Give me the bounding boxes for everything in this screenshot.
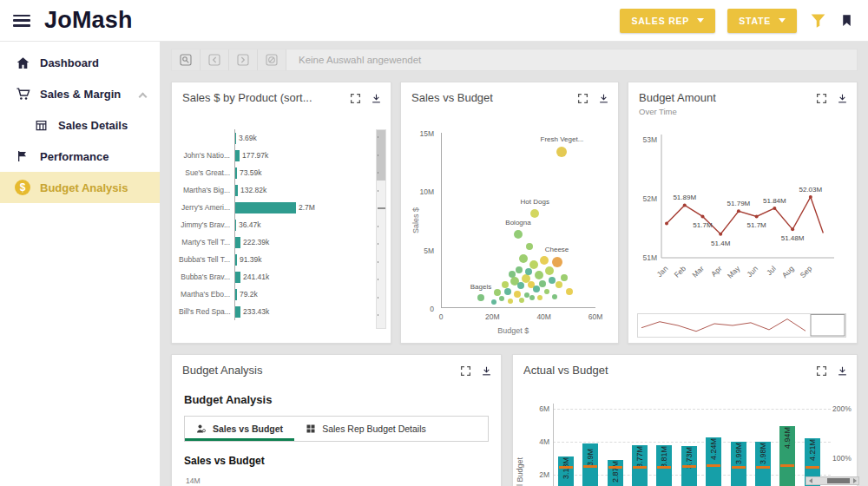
scroll-left-arrow-icon[interactable] xyxy=(806,477,814,484)
scatter-point[interactable] xyxy=(552,294,557,299)
download-icon[interactable] xyxy=(837,93,848,104)
step-forward-icon[interactable] xyxy=(229,49,258,70)
bar[interactable] xyxy=(235,254,237,266)
bar-row[interactable]: 3.69k xyxy=(179,129,370,147)
scatter-point[interactable] xyxy=(539,280,546,287)
y-axis-line xyxy=(553,404,554,486)
menu-icon[interactable] xyxy=(13,15,30,27)
bar-row-label: Martha's Big... xyxy=(179,186,234,194)
app-logo: JoMash xyxy=(44,7,133,34)
sidebar-item-budget-analysis[interactable]: $ Budget Analysis xyxy=(0,172,160,203)
budget-marker[interactable] xyxy=(559,466,573,469)
sidebar-item-sales-margin[interactable]: Sales & Margin xyxy=(0,78,160,109)
svg-text:Aug: Aug xyxy=(780,264,796,279)
budget-marker[interactable] xyxy=(633,466,647,469)
scatter-point[interactable] xyxy=(508,299,513,304)
bar-row-label: Marty's Tell T... xyxy=(179,238,234,246)
scatter-point[interactable] xyxy=(526,243,533,250)
step-back-icon[interactable] xyxy=(201,49,229,70)
bar-row[interactable]: Martha's Ebo...79.2k xyxy=(179,286,370,303)
bar[interactable] xyxy=(235,289,237,300)
sales-rep-filter-button[interactable]: SALES REP xyxy=(620,9,715,33)
bar-row-label: Bubba's Tell T... xyxy=(179,255,234,264)
sidebar-item-dashboard[interactable]: Dashboard xyxy=(0,47,160,78)
budget-marker[interactable] xyxy=(682,465,696,468)
budget-marker[interactable] xyxy=(806,466,819,469)
scatter-point[interactable] xyxy=(545,266,554,275)
tab-sales-rep-budget-details[interactable]: Sales Rep Budget Details xyxy=(294,417,437,441)
selection-toolbar: Keine Auswahl angewendet xyxy=(171,49,858,71)
chevron-up-icon[interactable] xyxy=(139,93,148,102)
scatter-point[interactable] xyxy=(529,260,538,269)
bar-row[interactable]: Jerry's Ameri...2.7M xyxy=(179,199,370,216)
fullscreen-icon[interactable] xyxy=(816,365,827,377)
bar[interactable] xyxy=(235,306,240,318)
sidebar-item-performance[interactable]: Performance xyxy=(0,141,160,172)
scrollbar-track[interactable] xyxy=(814,477,851,484)
bar[interactable] xyxy=(235,220,236,231)
bar-row[interactable]: Jimmy's Brav...36.47k xyxy=(179,216,370,233)
bar[interactable] xyxy=(235,202,296,213)
bar-row[interactable]: Sue's Great...73.59k xyxy=(179,164,370,181)
budget-marker[interactable] xyxy=(756,466,770,469)
table-icon xyxy=(306,424,316,434)
bar-row[interactable]: Bubba's Tell T...91.39k xyxy=(179,251,370,268)
fullscreen-icon[interactable] xyxy=(460,365,471,377)
scatter-point[interactable] xyxy=(477,294,484,301)
bar[interactable] xyxy=(235,272,240,283)
filter-funnel-icon[interactable] xyxy=(809,11,827,30)
download-icon[interactable] xyxy=(837,365,848,377)
scatter-point[interactable] xyxy=(544,289,549,294)
budget-marker[interactable] xyxy=(583,465,597,468)
fullscreen-icon[interactable] xyxy=(350,93,361,104)
bar[interactable] xyxy=(235,185,238,196)
scroll-right-arrow-icon[interactable] xyxy=(851,477,858,484)
scatter-point[interactable] xyxy=(499,296,504,301)
bar-row-label: Jerry's Ameri... xyxy=(179,203,234,212)
tab-sales-vs-budget[interactable]: Sales vs Budget xyxy=(185,417,294,441)
scatter-point[interactable] xyxy=(535,271,543,279)
chevron-down-icon xyxy=(697,18,704,23)
scatter-point[interactable] xyxy=(556,147,567,157)
bar[interactable] xyxy=(235,150,240,161)
scrollbar-thumb[interactable] xyxy=(827,478,850,483)
fullscreen-icon[interactable] xyxy=(577,93,589,104)
sidebar-item-sales-details[interactable]: Sales Details xyxy=(0,109,160,141)
y-tick-label: 2M xyxy=(529,470,549,479)
bookmark-icon[interactable] xyxy=(839,13,854,28)
download-icon[interactable] xyxy=(371,93,382,104)
bar-row[interactable]: John's Natio...177.97k xyxy=(179,147,370,164)
scatter-point[interactable] xyxy=(514,291,521,298)
download-icon[interactable] xyxy=(481,365,492,377)
budget-line-navigator[interactable] xyxy=(637,313,846,338)
download-icon[interactable] xyxy=(598,93,609,104)
clear-selections-icon[interactable] xyxy=(258,49,286,70)
budget-marker[interactable] xyxy=(707,464,720,467)
budget-marker[interactable] xyxy=(657,466,671,469)
bar-row[interactable]: Bubba's Brav...241.41k xyxy=(179,268,370,286)
budget-marker[interactable] xyxy=(608,466,622,469)
y-tick-label: 10M xyxy=(410,187,434,196)
sales-vs-budget-card: Sales vs Budget 05M10M15M020M40M60MSales… xyxy=(400,82,619,344)
state-filter-button[interactable]: STATE xyxy=(727,9,797,33)
bar-row[interactable]: Marty's Tell T...222.39k xyxy=(179,233,370,251)
x-tick-label: 0 xyxy=(431,312,451,321)
bar-row[interactable]: Martha's Big...132.82k xyxy=(179,181,370,199)
horizontal-scrollbar[interactable] xyxy=(806,476,859,485)
chart-scrollbar[interactable] xyxy=(376,129,386,329)
scatter-point[interactable] xyxy=(540,256,549,265)
budget-marker[interactable] xyxy=(732,466,746,469)
scatter-point[interactable] xyxy=(552,257,562,267)
tab-label: Sales vs Budget xyxy=(213,424,283,434)
tab-label: Sales Rep Budget Details xyxy=(322,424,426,434)
budget-marker[interactable] xyxy=(780,464,794,467)
smart-search-icon[interactable] xyxy=(172,49,201,70)
bar[interactable] xyxy=(235,133,236,144)
fullscreen-icon[interactable] xyxy=(816,93,827,104)
bar[interactable] xyxy=(235,237,240,248)
card-title: Budget Analysis xyxy=(182,364,460,377)
bar-value-label: 241.41k xyxy=(243,273,269,281)
scatter-point[interactable] xyxy=(549,277,556,284)
bar-row[interactable]: Bill's Red Spa...233.43k xyxy=(179,303,370,320)
bar[interactable] xyxy=(235,167,237,179)
